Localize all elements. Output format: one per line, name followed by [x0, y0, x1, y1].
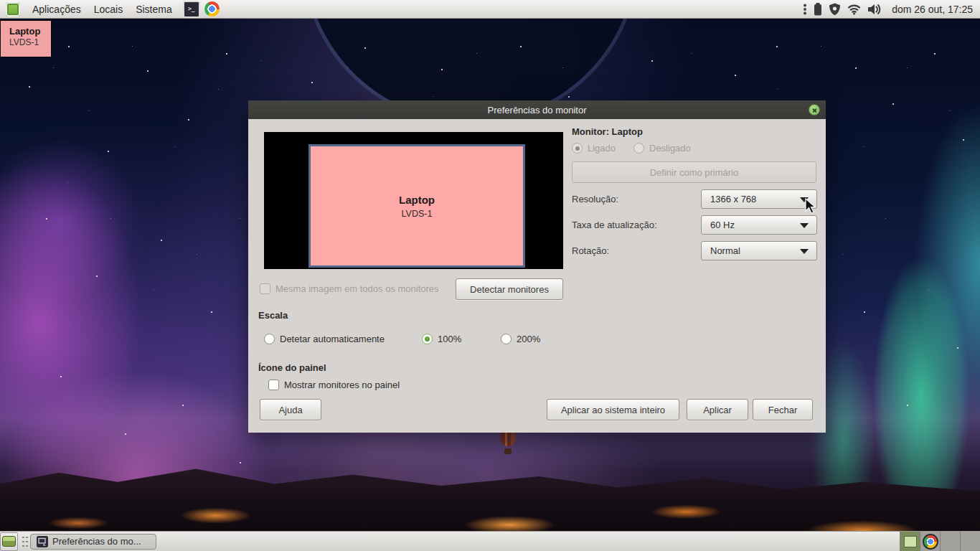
monitor-preview-rect[interactable]: Laptop LVDS-1: [308, 144, 525, 268]
bottom-panel: Preferências do mo...: [0, 531, 980, 551]
workspace-chrome-thumb-icon: [924, 535, 937, 548]
dialog-title: Preferências do monitor: [487, 105, 586, 116]
show-monitors-checkbox-label: Mostrar monitores no painel: [284, 380, 400, 390]
taskbar-window-button[interactable]: Preferências do mo...: [30, 534, 156, 550]
preview-monitor-name: Laptop: [399, 194, 435, 206]
scale-200-radio[interactable]: 200%: [501, 334, 540, 344]
battery-icon[interactable]: [814, 3, 822, 16]
close-button[interactable]: Fechar: [753, 399, 813, 420]
refresh-rate-label: Taxa de atualização:: [572, 220, 657, 230]
workspace-1[interactable]: [900, 532, 920, 551]
system-tray: dom 26 out, 17:25: [803, 3, 976, 16]
close-window-icon[interactable]: [809, 104, 820, 116]
workspace-switcher: [900, 532, 980, 551]
radio-on-icon: [572, 143, 583, 154]
desktop: Aplicações Locais Sistema >_ dom 26 out,…: [0, 0, 980, 551]
mirror-checkbox-label: Mesma imagem em todos os monitores: [275, 283, 439, 294]
workspace-3[interactable]: [940, 532, 960, 551]
show-monitors-checkbox-row[interactable]: Mostrar monitores no painel: [268, 380, 400, 390]
osd-monitor-port: LVDS-1: [9, 37, 51, 47]
chevron-down-icon: [800, 249, 809, 254]
rotation-dropdown[interactable]: Normal: [701, 241, 817, 260]
detect-monitors-button[interactable]: Detectar monitores: [456, 278, 563, 300]
volume-icon[interactable]: [867, 4, 882, 15]
radio-off-label: Desligado: [649, 143, 691, 154]
refresh-rate-dropdown[interactable]: 60 Hz: [701, 215, 817, 235]
top-panel: Aplicações Locais Sistema >_ dom 26 out,…: [0, 0, 980, 19]
scale-100-radio[interactable]: 100%: [422, 334, 461, 344]
scale-auto-radio[interactable]: Detetar automaticamente: [264, 334, 385, 344]
shield-security-icon[interactable]: [829, 3, 841, 16]
mirror-checkbox-icon: [260, 283, 270, 294]
scale-heading: Escala: [258, 310, 288, 321]
apply-button[interactable]: Aplicar: [687, 399, 748, 420]
chevron-down-icon: [800, 223, 809, 228]
terminal-launcher-icon[interactable]: >_: [183, 1, 200, 18]
mirror-checkbox-row: Mesma imagem em todos os monitores: [260, 283, 439, 294]
panel-icon-heading: Ícone do painel: [258, 362, 326, 373]
radio-on-label: Ligado: [588, 143, 616, 154]
indicator-kebab-icon[interactable]: [803, 3, 807, 16]
mouse-cursor: [805, 198, 819, 215]
scale-200-radio-icon[interactable]: [501, 334, 512, 344]
window-icon: [37, 536, 48, 547]
rotation-label: Rotação:: [572, 245, 609, 256]
wifi-icon[interactable]: [847, 4, 861, 15]
menu-places[interactable]: Locais: [88, 1, 129, 17]
monitor-preferences-dialog: Preferências do monitor Laptop LVDS-1 Mo…: [248, 100, 826, 433]
workspace-2[interactable]: [920, 532, 940, 551]
help-button[interactable]: Ajuda: [260, 399, 321, 420]
monitor-section-heading: Monitor: Laptop: [572, 126, 643, 137]
monitor-osd-label: Laptop LVDS-1: [0, 20, 52, 57]
scale-auto-radio-icon[interactable]: [264, 334, 275, 344]
mint-menu-icon[interactable]: [6, 2, 20, 17]
hot-air-balloon: [499, 429, 517, 455]
scale-100-label: 100%: [438, 334, 461, 344]
show-desktop-button[interactable]: [0, 532, 18, 551]
monitor-preview-area: Laptop LVDS-1: [264, 132, 563, 269]
radio-on: Ligado: [572, 143, 616, 154]
set-primary-button: Definir como primário: [572, 161, 816, 183]
workspace-window-thumb: [904, 536, 917, 547]
scale-100-radio-icon[interactable]: [422, 334, 433, 344]
resolution-value: 980 x 551: [710, 194, 756, 204]
workspace-4[interactable]: [960, 532, 980, 551]
panel-drag-handle[interactable]: [22, 535, 28, 548]
osd-monitor-name: Laptop: [9, 26, 51, 37]
clock[interactable]: dom 26 out, 17:25: [892, 4, 973, 15]
dialog-titlebar[interactable]: Preferências do monitor: [248, 100, 826, 119]
resolution-label: Resolução:: [572, 194, 618, 204]
menu-system[interactable]: Sistema: [129, 1, 179, 17]
resolution-dropdown[interactable]: 980 x 551: [701, 189, 817, 209]
taskbar-window-title: Preferências do mo...: [52, 536, 141, 547]
radio-off: Desligado: [633, 143, 691, 154]
show-desktop-icon: [2, 536, 16, 547]
apply-systemwide-button[interactable]: Aplicar ao sistema inteiro: [547, 399, 679, 420]
radio-off-icon: [633, 143, 644, 154]
show-monitors-checkbox-icon[interactable]: [268, 380, 279, 390]
browser-launcher-icon[interactable]: [204, 1, 220, 17]
rotation-value: Normal: [710, 245, 740, 256]
scale-auto-label: Detetar automaticamente: [280, 334, 385, 344]
scale-200-label: 200%: [517, 334, 540, 344]
preview-monitor-port: LVDS-1: [402, 209, 433, 219]
refresh-rate-value: 60 Hz: [710, 220, 735, 230]
menu-applications[interactable]: Aplicações: [26, 1, 88, 17]
